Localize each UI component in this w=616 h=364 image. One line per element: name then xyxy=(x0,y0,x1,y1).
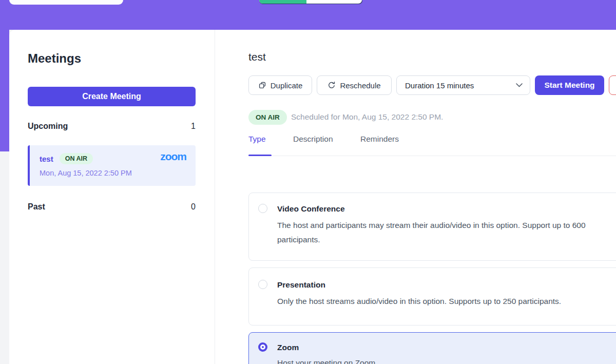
tab-type[interactable]: Type xyxy=(248,135,266,144)
reschedule-button[interactable]: Reschedule xyxy=(317,75,392,95)
left-purple-rail xyxy=(0,0,9,151)
copy-icon xyxy=(258,81,266,89)
option-description-line: The host and participants may stream the… xyxy=(277,221,586,230)
on-air-status-label: ON AIR xyxy=(256,113,280,121)
option-title: Video Conference xyxy=(277,204,345,214)
zoom-logo: zoom xyxy=(160,150,186,163)
option-description-line: Host your meeting on Zoom xyxy=(277,358,375,364)
content-panel: Meetings Create Meeting Upcoming 1 test … xyxy=(9,30,616,364)
duration-select[interactable]: Duration 15 minutes xyxy=(396,75,530,95)
sidebar-divider xyxy=(215,30,215,364)
tab-description[interactable]: Description xyxy=(293,135,333,144)
start-meeting-button[interactable]: Start Meeting xyxy=(535,75,604,95)
past-section-header[interactable]: Past 0 xyxy=(28,202,196,212)
upcoming-section-header[interactable]: Upcoming 1 xyxy=(28,122,196,131)
option-description-line: Only the host streams audio/video in thi… xyxy=(277,297,561,306)
chevron-down-icon xyxy=(516,83,523,87)
past-count: 0 xyxy=(191,202,196,212)
on-air-badge: ON AIR xyxy=(60,153,93,164)
reschedule-label: Reschedule xyxy=(340,81,380,90)
option-card-zoom[interactable]: Zoom Host your meeting on Zoom xyxy=(248,332,616,364)
meeting-title: test xyxy=(248,51,266,63)
duplicate-button[interactable]: Duplicate xyxy=(248,75,312,95)
active-tab-underline xyxy=(248,155,272,156)
option-card-presentation[interactable]: Presentation Only the host streams audio… xyxy=(248,267,616,325)
app-window: Meetings Create Meeting Upcoming 1 test … xyxy=(0,0,616,364)
meeting-list-item[interactable]: test ON AIR zoom Mon, Aug 15, 2022 2:50 … xyxy=(28,145,196,186)
duplicate-label: Duplicate xyxy=(271,81,303,90)
duration-value: Duration 15 minutes xyxy=(405,81,474,90)
create-meeting-button[interactable]: Create Meeting xyxy=(28,87,196,106)
refresh-icon xyxy=(328,81,336,89)
radio-video-conference[interactable] xyxy=(258,204,267,213)
upcoming-label: Upcoming xyxy=(28,122,68,131)
progress-fill xyxy=(259,0,306,4)
progress-bar xyxy=(259,0,362,4)
scheduled-text: Scheduled for Mon, Aug 15, 2022 2:50 PM. xyxy=(291,112,443,122)
meeting-name: test xyxy=(40,155,53,163)
page-title: Meetings xyxy=(28,51,81,66)
start-meeting-label: Start Meeting xyxy=(544,81,594,90)
delete-button-clipped[interactable] xyxy=(609,75,616,95)
upcoming-count: 1 xyxy=(191,122,196,131)
radio-zoom-selected[interactable] xyxy=(258,342,267,352)
on-air-status-badge: ON AIR xyxy=(248,110,287,125)
toast-fragment xyxy=(9,0,123,5)
option-title: Presentation xyxy=(277,280,325,290)
tabs-divider xyxy=(248,156,616,156)
option-card-video-conference[interactable]: Video Conference The host and participan… xyxy=(248,193,616,261)
tab-reminders[interactable]: Reminders xyxy=(360,135,399,144)
option-title: Zoom xyxy=(277,343,299,352)
meeting-datetime: Mon, Aug 15, 2022 2:50 PM xyxy=(40,169,132,177)
past-label: Past xyxy=(28,202,45,212)
option-description-line: participants. xyxy=(277,235,320,244)
radio-presentation[interactable] xyxy=(258,280,267,289)
